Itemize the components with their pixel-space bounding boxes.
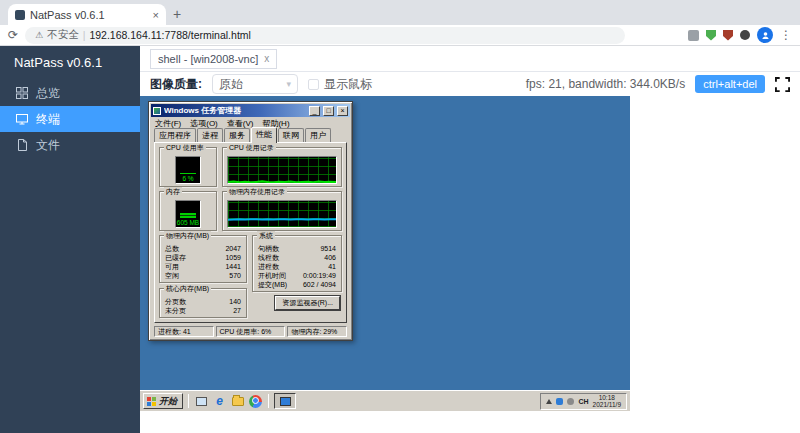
stat-row: 未分页27	[163, 306, 243, 315]
extensions-puzzle-icon[interactable]	[688, 30, 699, 41]
system-title: 系统	[257, 231, 275, 240]
memory-gauge-value: 605 MB	[176, 218, 200, 227]
vnc-area: Windows 任务管理器 _ □ × 文件(F) 选项(O) 查看(V) 帮助…	[140, 96, 800, 433]
tab-favicon-icon	[15, 10, 25, 20]
stats-groups: 物理内存(MB) 总数2047 已缓存1059 可用1441 空闲570 核心内…	[159, 235, 342, 318]
browser-chrome: NatPass v0.6.1 × + ⟳ ⚠ 不安全 | 192.168.164…	[0, 0, 800, 46]
tab-close-icon[interactable]: ×	[153, 9, 159, 21]
performance-panel: CPU 使用率 6 % CPU 使用记录	[154, 142, 347, 323]
network-icon[interactable]	[556, 398, 563, 405]
browser-menu-icon[interactable]: ⋮	[780, 29, 792, 41]
fullscreen-icon[interactable]	[775, 77, 790, 92]
person-icon	[761, 31, 770, 40]
profile-avatar[interactable]	[757, 27, 773, 43]
task-manager-window[interactable]: Windows 任务管理器 _ □ × 文件(F) 选项(O) 查看(V) 帮助…	[148, 101, 353, 341]
taskbar-clock[interactable]: 10:18 2021/11/9	[593, 394, 621, 409]
folder-icon[interactable]	[230, 394, 245, 409]
taskmgr-title: Windows 任务管理器	[164, 105, 306, 116]
shell-tab[interactable]: shell - [win2008-vnc] x	[150, 49, 277, 69]
start-button[interactable]: 开始	[143, 393, 183, 409]
stat-row: 可用1441	[163, 262, 243, 271]
memory-row: 内存 605 MB 物理内存使用记录	[159, 191, 342, 231]
system-tray: CH 10:18 2021/11/9	[540, 393, 627, 410]
tab-title: NatPass v0.6.1	[30, 9, 148, 21]
language-indicator[interactable]: CH	[578, 398, 588, 405]
stat-row: 分页数140	[163, 297, 243, 306]
stat-row: 线程数406	[256, 253, 338, 262]
close-button[interactable]: ×	[337, 106, 348, 116]
menu-options[interactable]: 选项(O)	[190, 118, 218, 129]
address-bar[interactable]: ⚠ 不安全 | 192.168.164.11:7788/terminal.htm…	[25, 27, 625, 44]
cpu-row: CPU 使用率 6 % CPU 使用记录	[159, 147, 342, 187]
chrome-icon[interactable]	[248, 394, 263, 409]
checkbox-box[interactable]	[308, 79, 319, 90]
sidebar-item-label: 终端	[36, 111, 60, 128]
browser-actions: ⋮	[688, 27, 792, 43]
taskmgr-statusbar: 进程数: 41 CPU 使用率: 6% 物理内存: 29%	[151, 324, 350, 338]
start-label: 开始	[159, 395, 177, 408]
extension-dark-icon[interactable]	[740, 30, 750, 40]
window-icon	[280, 397, 291, 406]
sidebar-item-files[interactable]: 文件	[0, 132, 140, 158]
browser-tabstrip: NatPass v0.6.1 × +	[0, 0, 800, 25]
sidebar: NatPass v0.6.1 总览 终端 文件	[0, 46, 140, 433]
stat-row: 进程数41	[256, 262, 338, 271]
security-warning-icon[interactable]: ⚠	[35, 30, 43, 40]
taskbar-divider	[188, 394, 189, 408]
clock-date: 2021/11/9	[593, 401, 621, 408]
tab-performance[interactable]: 性能	[251, 127, 277, 143]
taskmgr-app-icon	[153, 107, 161, 115]
memory-gauge: 605 MB	[175, 200, 201, 228]
tab-processes[interactable]: 进程	[197, 128, 223, 143]
app-brand: NatPass v0.6.1	[0, 46, 140, 80]
hidden-icons-arrow[interactable]	[546, 399, 552, 404]
shell-tab-close-icon[interactable]: x	[264, 53, 269, 64]
extension-green-icon[interactable]	[706, 30, 716, 41]
shell-tab-label: shell - [win2008-vnc]	[158, 53, 258, 65]
memory-gauge-bar	[180, 213, 197, 218]
volume-icon[interactable]	[567, 398, 574, 405]
vnc-canvas[interactable]: Windows 任务管理器 _ □ × 文件(F) 选项(O) 查看(V) 帮助…	[140, 96, 630, 411]
internet-explorer-icon[interactable]: e	[212, 394, 227, 409]
status-cpu-usage: CPU 使用率: 6%	[216, 326, 286, 337]
browser-tab[interactable]: NatPass v0.6.1 ×	[8, 4, 166, 25]
new-tab-button[interactable]: +	[166, 4, 188, 25]
show-desktop-icon[interactable]	[194, 394, 209, 409]
menu-view[interactable]: 查看(V)	[227, 118, 254, 129]
memory-history-title: 物理内存使用记录	[227, 187, 287, 196]
maximize-button[interactable]: □	[323, 106, 334, 116]
tab-users[interactable]: 用户	[305, 128, 331, 143]
cpu-history-graph	[227, 156, 337, 184]
stat-row: 空闲570	[163, 271, 243, 280]
ctrl-alt-del-button[interactable]: ctrl+alt+del	[695, 75, 765, 93]
tab-services[interactable]: 服务	[224, 128, 250, 143]
security-label: 不安全	[47, 28, 79, 42]
extension-shield-icon[interactable]	[723, 30, 733, 41]
resource-monitor-button[interactable]: 资源监视器(R)...	[275, 296, 340, 310]
stat-row: 已缓存1059	[163, 253, 243, 262]
session-tabbar: shell - [win2008-vnc] x	[140, 46, 800, 72]
refresh-icon[interactable]: ⟳	[8, 29, 18, 41]
taskmgr-titlebar[interactable]: Windows 任务管理器 _ □ ×	[151, 104, 350, 117]
sidebar-item-terminal[interactable]: 终端	[0, 106, 140, 132]
cpu-usage-groupbox: CPU 使用率 6 %	[159, 147, 217, 187]
stat-row: 开机时间0:00:19:49	[256, 271, 338, 280]
minimize-button[interactable]: _	[309, 106, 320, 116]
physical-memory-title: 物理内存(MB)	[164, 231, 211, 240]
windows-flag-icon	[147, 397, 156, 406]
menu-file[interactable]: 文件(F)	[155, 118, 181, 129]
browser-toolbar: ⟳ ⚠ 不安全 | 192.168.164.11:7788/terminal.h…	[0, 25, 800, 46]
taskbar-window-button[interactable]	[274, 393, 296, 409]
sidebar-item-overview[interactable]: 总览	[0, 80, 140, 106]
show-cursor-label: 显示鼠标	[324, 76, 372, 93]
tab-applications[interactable]: 应用程序	[154, 128, 196, 143]
cpu-history-groupbox: CPU 使用记录	[222, 147, 342, 187]
natpass-app: NatPass v0.6.1 总览 终端 文件 shell - [win2008…	[0, 46, 800, 433]
clock-time: 10:18	[599, 394, 615, 401]
show-cursor-checkbox[interactable]: 显示鼠标	[308, 76, 372, 93]
quality-label: 图像质量:	[150, 76, 202, 93]
tab-networking[interactable]: 联网	[278, 128, 304, 143]
terminal-icon	[16, 113, 28, 125]
quality-select[interactable]: 原始 ▾	[212, 74, 298, 94]
sidebar-item-label: 文件	[36, 137, 60, 154]
